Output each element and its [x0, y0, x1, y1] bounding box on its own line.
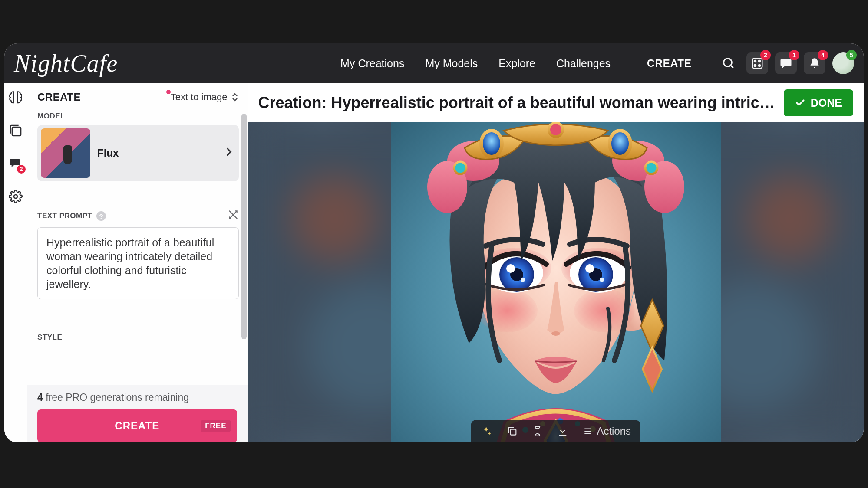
chat-icon[interactable]: 1 — [775, 52, 797, 74]
dice-badge: 2 — [760, 50, 771, 60]
app-body: 2 CREATE Text to image MODEL Flux — [4, 83, 864, 442]
gallery-icon[interactable] — [7, 121, 25, 140]
create-panel: CREATE Text to image MODEL Flux TEXT PRO… — [27, 83, 248, 442]
svg-point-34 — [481, 131, 502, 157]
chat-badge: 1 — [789, 50, 799, 60]
bell-badge: 4 — [818, 50, 828, 60]
download-icon[interactable] — [557, 426, 568, 437]
create-button-tag: FREE — [201, 420, 231, 432]
svg-point-37 — [645, 162, 657, 174]
svg-rect-2 — [752, 59, 762, 69]
messages-icon[interactable]: 2 — [7, 154, 25, 173]
chevron-updown-icon — [231, 92, 239, 103]
menu-icon — [583, 426, 592, 436]
svg-point-3 — [754, 60, 756, 62]
brain-icon[interactable] — [7, 88, 25, 107]
creation-title: Creation: Hyperrealistic portrait of a b… — [258, 94, 775, 112]
avatar[interactable]: 5 — [832, 52, 854, 74]
create-panel-footer: 4 free PRO generations remaining CREATE … — [27, 385, 248, 442]
svg-rect-39 — [510, 429, 516, 435]
logo[interactable]: NightCafe — [14, 51, 131, 75]
svg-point-22 — [506, 264, 515, 273]
create-button[interactable]: CREATE FREE — [37, 409, 237, 442]
chevron-right-icon — [225, 146, 233, 160]
prompt-section-label: TEXT PROMPT ? — [37, 209, 239, 223]
model-section-label: MODEL — [37, 112, 239, 121]
svg-point-23 — [521, 278, 525, 282]
svg-point-4 — [759, 60, 760, 62]
svg-point-38 — [549, 123, 563, 137]
create-top-button[interactable]: CREATE — [647, 57, 692, 69]
model-name: Flux — [97, 147, 119, 159]
svg-point-5 — [754, 65, 756, 66]
svg-point-27 — [585, 264, 594, 273]
shuffle-icon[interactable] — [228, 209, 239, 223]
svg-point-29 — [551, 331, 560, 336]
prompt-help-icon[interactable]: ? — [96, 211, 106, 221]
nav-challenges[interactable]: Challenges — [556, 57, 611, 70]
copy-icon[interactable] — [506, 426, 518, 437]
remaining-text: 4 free PRO generations remaining — [27, 392, 248, 409]
bell-icon[interactable]: 4 — [804, 52, 825, 74]
mode-selector[interactable]: Text to image — [171, 92, 239, 103]
nav-my-creations[interactable]: My Creations — [340, 57, 404, 70]
svg-rect-7 — [12, 127, 21, 136]
mode-label: Text to image — [171, 92, 228, 103]
svg-point-28 — [600, 278, 604, 282]
done-label: DONE — [811, 97, 842, 109]
svg-point-8 — [14, 195, 17, 198]
prompt-label-text: TEXT PROMPT — [37, 212, 92, 220]
hourglass-icon[interactable] — [532, 426, 542, 437]
messages-badge: 2 — [17, 165, 26, 174]
style-section-label: STYLE — [37, 333, 239, 342]
top-nav: My Creations My Models Explore Challenge… — [340, 57, 611, 70]
app-window: NightCafe My Creations My Models Explore… — [4, 43, 864, 442]
sparkle-icon[interactable] — [480, 426, 492, 437]
main-panel: Creation: Hyperrealistic portrait of a b… — [248, 83, 864, 442]
prompt-section: TEXT PROMPT ? Hyperrealistic portrait of… — [37, 206, 239, 299]
avatar-badge: 5 — [846, 50, 857, 60]
svg-point-6 — [759, 65, 760, 66]
mode-indicator-dot — [166, 90, 171, 94]
svg-point-35 — [610, 131, 630, 157]
svg-line-1 — [731, 66, 733, 68]
actions-label: Actions — [597, 425, 631, 437]
left-scrollbar[interactable] — [241, 114, 247, 339]
create-button-label: CREATE — [115, 420, 159, 432]
model-thumb — [41, 128, 90, 178]
svg-point-0 — [724, 59, 732, 67]
top-icon-group: 2 1 4 5 — [718, 52, 854, 74]
settings-icon[interactable] — [7, 187, 25, 206]
creation-canvas: Actions — [248, 122, 864, 442]
search-icon[interactable] — [718, 52, 739, 74]
create-panel-header: CREATE Text to image — [37, 91, 239, 103]
create-heading: CREATE — [37, 91, 81, 103]
svg-point-36 — [454, 162, 466, 174]
nav-explore[interactable]: Explore — [498, 57, 535, 70]
top-bar: NightCafe My Creations My Models Explore… — [4, 43, 864, 83]
dice-icon[interactable]: 2 — [746, 52, 768, 74]
image-toolbar: Actions — [471, 420, 640, 442]
generated-image[interactable] — [391, 122, 721, 442]
done-button[interactable]: DONE — [784, 89, 853, 116]
creation-bar: Creation: Hyperrealistic portrait of a b… — [248, 83, 864, 122]
nav-my-models[interactable]: My Models — [425, 57, 478, 70]
prompt-textarea[interactable]: Hyperrealistic portrait of a beautiful w… — [37, 227, 239, 299]
model-card[interactable]: Flux — [37, 125, 239, 181]
check-icon — [795, 98, 805, 108]
actions-button[interactable]: Actions — [583, 425, 631, 437]
left-icon-rail: 2 — [4, 83, 27, 442]
